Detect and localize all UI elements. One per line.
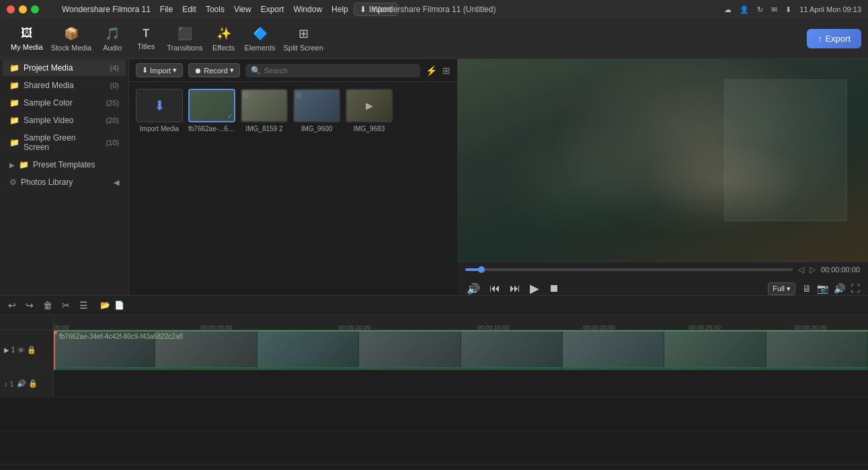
tab-audio[interactable]: 🎵 Audio — [95, 24, 129, 54]
import-media-thumb[interactable]: ⬇ — [136, 89, 183, 122]
time-mark-5: 00:00:05:00 — [200, 324, 233, 331]
stock-media-icon: 📦 — [64, 26, 79, 41]
media-label-img8159: IMG_8159 2 — [245, 125, 282, 132]
filter-icon[interactable]: ⚡ — [426, 65, 437, 76]
timeline-playhead[interactable] — [478, 266, 485, 273]
tab-effects[interactable]: ✨ Effects — [207, 24, 241, 54]
search-input[interactable] — [264, 67, 415, 75]
list-item[interactable]: ✓ fb7662ae-...6822c2a8 — [188, 89, 235, 132]
search-bar[interactable]: 🔍 — [245, 64, 420, 77]
audio-lock-icon[interactable]: 🔒 — [28, 379, 38, 388]
menu-tools[interactable]: Tools — [206, 5, 225, 14]
timeline-scrubber[interactable] — [465, 268, 793, 271]
close-button[interactable] — [7, 5, 15, 13]
list-item[interactable]: ⊡ IMG_9600 — [293, 89, 340, 132]
add-track-icon[interactable]: 📂 — [100, 301, 110, 310]
sidebar-item-sample-video[interactable]: 📁 Sample Video (20) — [3, 112, 126, 128]
sidebar-item-sample-green[interactable]: 📁 Sample Green Screen (10) — [3, 130, 126, 155]
tab-transitions[interactable]: ⬛ Transitions — [163, 24, 206, 54]
sidebar-item-photos-library[interactable]: ⚙ Photos Library ◀ — [3, 174, 126, 190]
sync-icon[interactable]: ↻ — [757, 5, 763, 14]
title-bar: Wondershare Filmora 11 File Edit Tools V… — [0, 0, 868, 19]
preview-panel: ◁ ▷ 00:00:00:00 🔊 ⏮ ⏭ ▶ ⏹ Full ▾ 🖥 📷 🔊 ⛶… — [457, 59, 868, 317]
hand-shape — [642, 140, 806, 221]
grid-view-icon[interactable]: ⊞ — [442, 65, 450, 76]
volume-icon[interactable]: 🔊 — [465, 281, 481, 297]
quality-selector[interactable]: Full ▾ — [768, 282, 795, 295]
cloud-icon[interactable]: ☁ — [724, 5, 732, 14]
mail-icon[interactable]: ✉ — [771, 5, 777, 14]
media-thumb-img8159[interactable]: ⊡ — [241, 89, 288, 122]
redo-button[interactable]: ↪ — [23, 299, 36, 312]
transitions-icon: ⬛ — [177, 26, 192, 41]
tab-stock-media[interactable]: 📦 Stock Media — [47, 24, 96, 54]
sidebar-item-project-media[interactable]: 📁 Project Media (4) — [3, 60, 126, 76]
photos-library-label: Photos Library — [21, 178, 73, 187]
folder-icon-sample-video: 📁 — [9, 116, 19, 125]
menu-edit[interactable]: Edit — [182, 5, 196, 14]
tab-my-media[interactable]: 🖼 My Media — [7, 24, 47, 54]
more-button[interactable]: ☰ — [77, 299, 91, 312]
folder-icon-shared: 📁 — [9, 81, 19, 90]
download-icon[interactable]: ⬇ — [785, 5, 791, 14]
tab-elements[interactable]: 🔷 Elements — [241, 24, 280, 54]
frame-advance-button[interactable]: ⏭ — [508, 281, 522, 296]
audio-track-header: ♪ 1 🔊 🔒 — [0, 370, 54, 397]
left-panel: 📁 Project Media (4) 📁 Shared Media (0) 📁… — [0, 59, 129, 317]
audio-track-icon: ♪ 1 — [4, 380, 14, 388]
snapshot-icon[interactable]: 📷 — [817, 283, 828, 294]
split-screen-icon: ⊞ — [299, 26, 309, 41]
record-button[interactable]: ⏺ Record ▾ — [188, 63, 239, 77]
transitions-label: Transitions — [167, 44, 202, 52]
menu-filmora[interactable]: Wondershare Filmora 11 — [62, 5, 151, 14]
audio-mixer-icon[interactable]: 🔊 — [834, 283, 845, 294]
list-item[interactable]: ⬇ Import Media — [136, 89, 183, 132]
delete-button[interactable]: 🗑 — [40, 299, 55, 312]
step-back-button[interactable]: ⏮ — [488, 281, 502, 296]
tab-split-screen[interactable]: ⊞ Split Screen — [279, 24, 327, 54]
tab-titles[interactable]: T Titles — [129, 25, 163, 53]
out-point-icon[interactable]: ▷ — [810, 265, 816, 274]
eye-icon[interactable]: 👁 — [17, 346, 25, 354]
import-button[interactable]: ⬇ Import ▾ — [136, 63, 183, 77]
menu-file[interactable]: File — [160, 5, 173, 14]
export-button[interactable]: ↑ Export — [807, 29, 861, 48]
undo-button[interactable]: ↩ — [5, 299, 19, 312]
menu-export[interactable]: Export — [261, 5, 284, 14]
menu-view[interactable]: View — [234, 5, 251, 14]
shared-media-count: (0) — [110, 81, 119, 89]
expand-arrow-icon: ▶ — [9, 161, 15, 169]
sidebar-item-sample-color[interactable]: 📁 Sample Color (25) — [3, 95, 126, 111]
lock-icon[interactable]: 🔒 — [27, 346, 36, 354]
preview-screen-icon[interactable]: 🖥 — [802, 283, 812, 294]
media-thumb-img9600[interactable]: ⊡ — [293, 89, 340, 122]
time-mark-10: 00:00:10:00 — [339, 324, 371, 331]
gear-icon: ⚙ — [9, 178, 17, 187]
cut-button[interactable]: ✂ — [59, 299, 73, 312]
menu-help[interactable]: Help — [331, 5, 348, 14]
minimize-button[interactable] — [19, 5, 27, 13]
sidebar-item-shared-media[interactable]: 📁 Shared Media (0) — [3, 77, 126, 93]
in-point-icon[interactable]: ◁ — [798, 265, 804, 274]
audio-icon: 🎵 — [105, 26, 120, 41]
audio-eye-icon[interactable]: 🔊 — [17, 379, 26, 388]
collapse-arrow: ◀ — [114, 178, 119, 187]
list-item[interactable]: ⊡ IMG_8159 2 — [241, 89, 288, 132]
elements-label: Elements — [245, 44, 276, 52]
ruler-header-spacer — [0, 315, 54, 329]
stock-media-label: Stock Media — [51, 44, 92, 52]
sidebar-item-preset-templates[interactable]: ▶ 📁 Preset Templates — [3, 157, 126, 173]
timeline-tracks: ▶ 1 👁 🔒 fb7662ae-34ef-4c42f-80c9-f43a682… — [0, 330, 868, 470]
list-item[interactable]: ▶ IMG_9683 — [346, 89, 393, 132]
stop-button[interactable]: ⏹ — [547, 281, 561, 296]
fullscreen-button[interactable] — [31, 5, 39, 13]
fullscreen-preview-icon[interactable]: ⛶ — [851, 283, 860, 294]
add-audio-icon[interactable]: 📄 — [114, 301, 124, 310]
media-thumb-video[interactable]: ✓ — [188, 89, 235, 122]
media-thumb-img9683[interactable]: ▶ — [346, 89, 393, 122]
image-icon: ⊡ — [243, 91, 249, 99]
import-icon: ⬇ — [360, 5, 366, 14]
video-clip[interactable]: fb7662ae-34ef-4c42f-80c9-f43a6822c2a8 — [54, 330, 868, 370]
user-icon[interactable]: 👤 — [740, 5, 749, 14]
menu-window[interactable]: Window — [293, 5, 322, 14]
